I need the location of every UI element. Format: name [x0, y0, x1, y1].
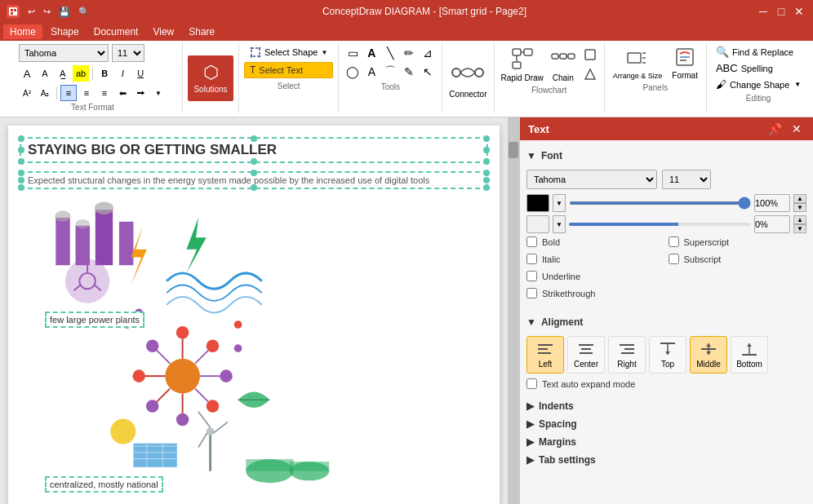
panel-pin-button[interactable]: 📌: [765, 121, 785, 137]
flowchart-tool1[interactable]: [581, 46, 599, 64]
underline-color-button[interactable]: A̲: [55, 65, 71, 82]
label-centralized[interactable]: centralized, mostly national: [45, 476, 163, 493]
superscript-btn[interactable]: A²: [19, 85, 35, 101]
bg-color-dropdown[interactable]: ▼: [553, 215, 566, 233]
handle-tm[interactable]: [251, 135, 257, 142]
indent-inc-btn[interactable]: ⮕: [132, 85, 149, 101]
connector-button[interactable]: Connector: [447, 56, 488, 100]
spacing-header[interactable]: ▶ Spacing: [526, 415, 806, 433]
underline-checkbox[interactable]: [526, 271, 537, 281]
handle-br[interactable]: [483, 158, 490, 165]
panel-close-button[interactable]: ✕: [789, 121, 805, 137]
bg-color-swatch[interactable]: [526, 215, 549, 233]
subtext-box[interactable]: Expected structural changes in the energ…: [20, 171, 488, 189]
handle-tr[interactable]: [483, 135, 490, 142]
menu-view[interactable]: View: [146, 24, 180, 39]
align-left-button[interactable]: Left: [526, 336, 564, 374]
spinner-up-2[interactable]: ▲: [793, 215, 806, 224]
undo-button[interactable]: ↩: [24, 5, 38, 19]
align-center-ribbon[interactable]: ≡: [78, 85, 95, 101]
handle-sub-tm[interactable]: [251, 170, 257, 176]
pen-tool[interactable]: ✏: [400, 44, 418, 62]
arrange-size-button[interactable]: Arrange & Size: [610, 45, 666, 82]
font-color-dropdown[interactable]: ▼: [553, 194, 566, 212]
rapid-draw-button[interactable]: Rapid Draw: [500, 44, 545, 84]
font-color-swatch[interactable]: [526, 194, 549, 212]
handle-sub-ml[interactable]: [18, 177, 24, 183]
align-middle-button[interactable]: Middle: [690, 336, 727, 374]
bold-button[interactable]: B: [96, 65, 113, 82]
save-button[interactable]: 💾: [56, 5, 73, 19]
curve-tool[interactable]: ⌒: [381, 63, 399, 81]
subscript-btn[interactable]: A₂: [37, 85, 53, 101]
text2-tool[interactable]: A: [362, 63, 380, 81]
auto-expand-checkbox[interactable]: [526, 378, 537, 389]
indent-dec-btn[interactable]: ⬅: [114, 85, 131, 101]
indents-header[interactable]: ▶ Indents: [526, 397, 806, 415]
flowchart-tool2[interactable]: [581, 65, 599, 83]
align-bottom-button[interactable]: Bottom: [731, 336, 768, 374]
handle-ml[interactable]: [18, 147, 24, 153]
select-shape-dropdown[interactable]: ▼: [321, 49, 327, 56]
spinner-down-2[interactable]: ▼: [793, 224, 806, 233]
font-section-header[interactable]: ▼ Font: [526, 147, 806, 165]
change-shape-dropdown[interactable]: ▼: [794, 81, 801, 88]
select-text-button[interactable]: T Select Text: [244, 62, 333, 78]
font-grow-button[interactable]: A: [19, 65, 35, 82]
menu-share[interactable]: Share: [182, 24, 221, 39]
font-size-select[interactable]: 11: [112, 44, 144, 62]
menu-shape[interactable]: Shape: [44, 24, 86, 39]
text-tool[interactable]: A: [362, 44, 380, 62]
handle-sub-mr[interactable]: [483, 177, 490, 183]
panel-font-select[interactable]: Tahoma: [526, 170, 657, 189]
strikethrough-checkbox[interactable]: [526, 288, 537, 298]
spinner-up-1[interactable]: ▲: [793, 194, 806, 203]
chain-button[interactable]: Chain: [549, 44, 578, 84]
alignment-section-header[interactable]: ▼ Aligment: [526, 313, 806, 331]
search-button[interactable]: 🔍: [75, 5, 93, 19]
solutions-button[interactable]: ⬡ Solutions: [188, 55, 233, 101]
superscript-checkbox[interactable]: [669, 237, 679, 247]
fill-tool[interactable]: ⊿: [419, 44, 437, 62]
margins-header[interactable]: ▶ Margins: [526, 433, 806, 451]
canvas-area[interactable]: STAYING BIG OR GETTING SMALLER Exp: [0, 117, 519, 504]
underline-button[interactable]: U: [132, 65, 149, 82]
find-replace-button[interactable]: 🔍 Find & Replace: [712, 44, 805, 60]
italic-button[interactable]: I: [114, 65, 131, 82]
scroll-thumb[interactable]: [509, 142, 518, 158]
line-tool[interactable]: ╲: [381, 44, 399, 62]
select-shape-button[interactable]: Select Shape ▼: [244, 44, 333, 60]
spinner-down-1[interactable]: ▼: [793, 203, 806, 212]
menu-document[interactable]: Document: [87, 24, 145, 39]
handle-sub-br[interactable]: [483, 184, 490, 191]
font-shrink-button[interactable]: A: [37, 65, 53, 82]
heading-box[interactable]: STAYING BIG OR GETTING SMALLER: [20, 137, 488, 163]
font-family-select[interactable]: Tahoma: [19, 44, 109, 62]
handle-tl[interactable]: [18, 135, 24, 142]
pointer-tool[interactable]: ↖: [419, 63, 437, 81]
align-right-button[interactable]: Right: [608, 336, 646, 374]
change-shape-button[interactable]: 🖌 Change Shape ▼: [712, 77, 805, 92]
handle-sub-bl[interactable]: [18, 184, 24, 191]
align-top-button[interactable]: Top: [649, 336, 686, 374]
tab-settings-header[interactable]: ▶ Tab settings: [526, 451, 806, 469]
close-button[interactable]: ✕: [792, 4, 806, 19]
minimize-button[interactable]: ─: [756, 4, 771, 19]
rect-tool[interactable]: ▭: [344, 44, 362, 62]
format-button[interactable]: Format: [669, 44, 701, 82]
maximize-button[interactable]: □: [774, 4, 789, 19]
ellipse-tool[interactable]: ◯: [344, 63, 362, 81]
subscript-checkbox[interactable]: [669, 254, 679, 264]
spelling-button[interactable]: ABC Spelling: [712, 60, 805, 76]
redo-button[interactable]: ↪: [40, 5, 54, 19]
more-btn[interactable]: ▼: [150, 85, 167, 101]
opacity-slider-input-1[interactable]: [569, 201, 751, 205]
handle-bl[interactable]: [18, 158, 24, 165]
panel-size-select[interactable]: 11: [662, 170, 711, 189]
highlight-button[interactable]: ab: [73, 65, 89, 82]
pencil-tool[interactable]: ✎: [400, 63, 418, 81]
handle-bm[interactable]: [251, 158, 257, 165]
menu-home[interactable]: Home: [3, 24, 42, 39]
align-center-button[interactable]: Center: [567, 336, 605, 374]
bold-checkbox[interactable]: [526, 237, 537, 247]
